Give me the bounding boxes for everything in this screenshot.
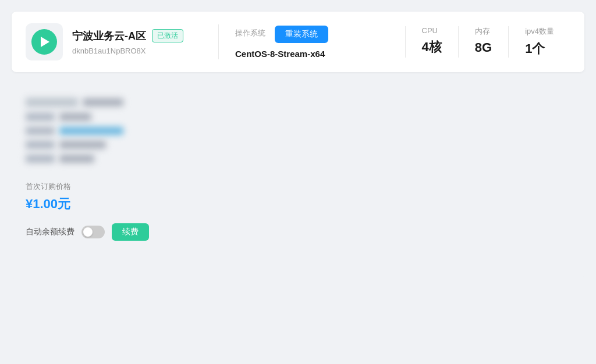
blur-label-block-5 xyxy=(26,155,55,163)
blur-label-block-3 xyxy=(26,127,55,135)
blur-row-5 xyxy=(26,155,570,163)
play-triangle-icon xyxy=(41,37,49,47)
os-label: 操作系统 xyxy=(235,28,265,38)
renew-label: 自动余额续费 xyxy=(26,227,74,237)
price-label: 首次订购价格 xyxy=(26,181,570,192)
spec-memory-label: 内存 xyxy=(475,26,490,37)
spec-cpu: CPU 4核 xyxy=(405,26,458,58)
blur-title-block xyxy=(26,98,78,107)
bottom-card: 首次订购价格 ¥1.00元 自动余额续费 续费 xyxy=(12,81,584,279)
divider-1 xyxy=(218,24,219,59)
specs-group: CPU 4核 内存 8G ipv4数量 1个 xyxy=(405,26,570,58)
blur-val-block-3 xyxy=(59,127,123,135)
blur-row-4 xyxy=(26,141,570,149)
price-value: ¥1.00元 xyxy=(26,195,570,213)
toggle-thumb xyxy=(83,227,93,237)
blur-val-block-2 xyxy=(59,113,91,121)
spec-cpu-value: 4核 xyxy=(422,38,442,56)
blurred-content-area xyxy=(26,98,570,163)
reinstall-button[interactable]: 重装系统 xyxy=(275,26,328,43)
spec-memory-value: 8G xyxy=(475,40,492,55)
spec-memory: 内存 8G xyxy=(458,26,508,58)
auto-renew-toggle[interactable] xyxy=(81,226,105,238)
price-section: 首次订购价格 ¥1.00元 xyxy=(26,181,570,213)
blur-val-block-4 xyxy=(59,141,106,149)
server-icon-wrap xyxy=(26,23,63,60)
os-name: CentOS-8-Stream-x64 xyxy=(235,49,325,59)
server-id: dknbB1au1NpBRO8X xyxy=(72,47,183,55)
blur-label-block-4 xyxy=(26,141,55,149)
blur-row-3 xyxy=(26,127,570,135)
spec-ipv4-label: ipv4数量 xyxy=(525,26,554,37)
status-badge: 已激活 xyxy=(152,29,183,42)
renew-button[interactable]: 续费 xyxy=(112,223,149,241)
spec-ipv4: ipv4数量 1个 xyxy=(508,26,570,58)
spec-ipv4-value: 1个 xyxy=(525,40,545,58)
toggle-track xyxy=(81,226,105,238)
server-name-section: 宁波业务云-A区 已激活 dknbB1au1NpBRO8X xyxy=(72,29,183,55)
play-icon xyxy=(31,29,57,55)
blur-val-block-5 xyxy=(59,155,94,163)
blur-row-2 xyxy=(26,113,570,121)
os-section: 操作系统 重装系统 CentOS-8-Stream-x64 xyxy=(235,26,352,59)
server-name: 宁波业务云-A区 xyxy=(72,29,146,43)
server-info-card: 宁波业务云-A区 已激活 dknbB1au1NpBRO8X 操作系统 重装系统 … xyxy=(12,12,584,72)
blur-label-block-2 xyxy=(26,113,55,121)
blur-val-block-1 xyxy=(83,98,123,106)
blur-row-1 xyxy=(26,98,570,107)
renew-row: 自动余额续费 续费 xyxy=(26,223,570,241)
spec-cpu-label: CPU xyxy=(422,26,438,35)
